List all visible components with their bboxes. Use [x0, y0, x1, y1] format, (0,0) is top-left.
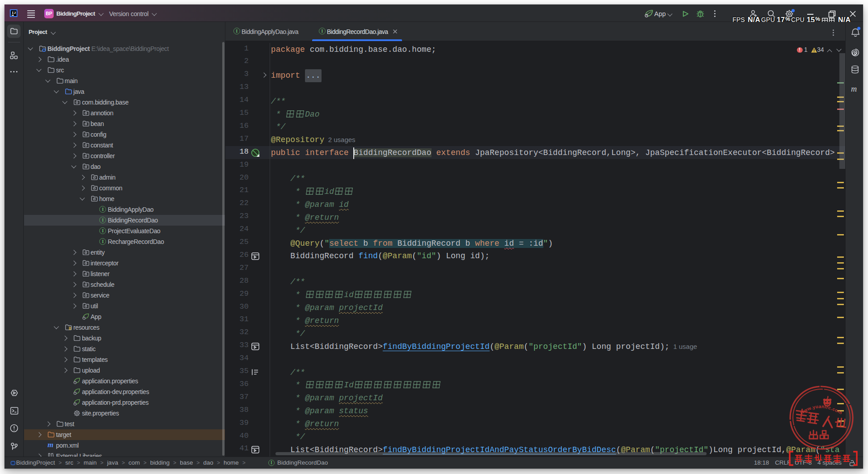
svg-text:www.yuanirc.com: www.yuanirc.com [799, 403, 843, 415]
